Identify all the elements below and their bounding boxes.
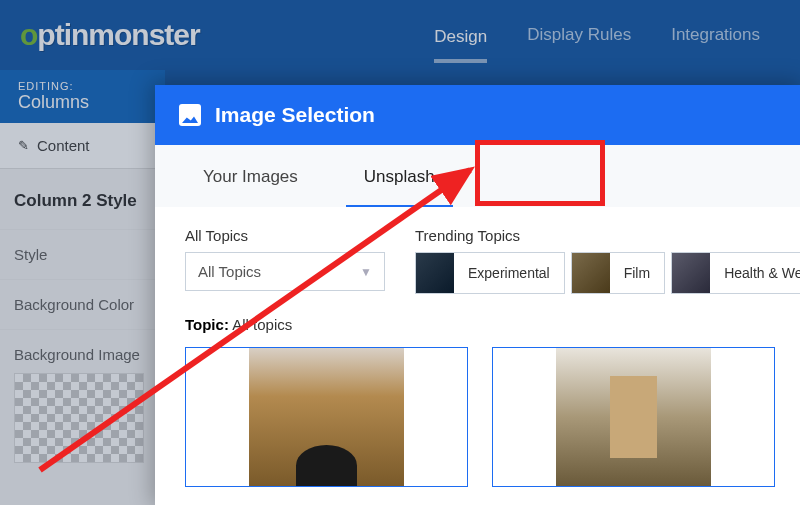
modal-tabs: Your Images Unsplash — [155, 145, 800, 207]
all-topics-label: All Topics — [185, 227, 385, 244]
topic-value: All topics — [232, 316, 292, 333]
result-card[interactable] — [185, 347, 468, 487]
image-selection-modal: Image Selection Your Images Unsplash All… — [155, 85, 800, 505]
tab-unsplash[interactable]: Unsplash — [346, 147, 453, 207]
topics-select-value: All Topics — [198, 263, 261, 280]
result-image — [556, 348, 711, 486]
trending-experimental[interactable]: Experimental — [415, 252, 565, 294]
trending-thumb — [572, 253, 610, 293]
trending-film[interactable]: Film — [571, 252, 665, 294]
image-icon — [179, 104, 201, 126]
tab-your-images[interactable]: Your Images — [185, 147, 316, 207]
topics-select[interactable]: All Topics ▼ — [185, 252, 385, 291]
trending-label: Trending Topics — [415, 227, 800, 244]
trending-thumb — [416, 253, 454, 293]
modal-header: Image Selection — [155, 85, 800, 145]
trending-label-text: Experimental — [454, 265, 564, 281]
trending-health[interactable]: Health & Wellness — [671, 252, 800, 294]
trending-label-text: Health & Wellness — [710, 265, 800, 281]
result-image — [249, 348, 404, 486]
current-topic: Topic: All topics — [185, 316, 775, 333]
modal-body: All Topics All Topics ▼ Trending Topics … — [155, 207, 800, 505]
trending-thumb — [672, 253, 710, 293]
topic-label: Topic: — [185, 316, 229, 333]
modal-title: Image Selection — [215, 103, 375, 127]
result-card[interactable] — [492, 347, 775, 487]
trending-label-text: Film — [610, 265, 664, 281]
results — [185, 347, 775, 487]
chevron-down-icon: ▼ — [360, 265, 372, 279]
